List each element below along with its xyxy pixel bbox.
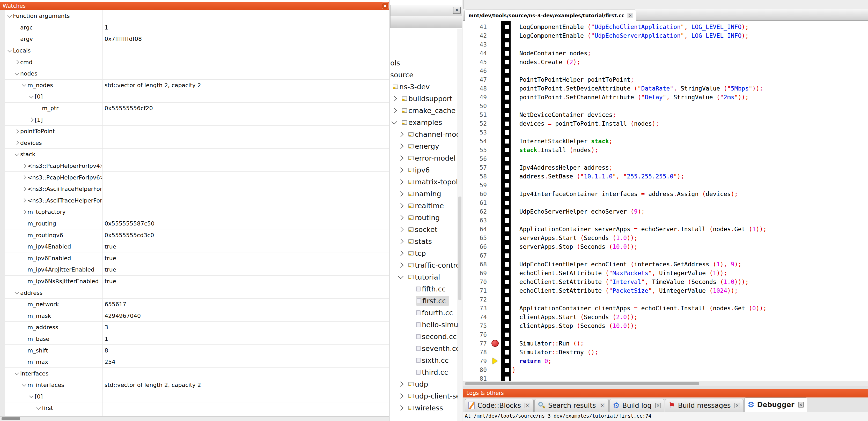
code-line[interactable]: 52 devices = pointToPoint.Install (nodes… <box>463 119 868 128</box>
line-number[interactable]: 57 <box>463 164 490 171</box>
tree-panel-caption[interactable] <box>390 5 462 16</box>
chevron-right-icon[interactable] <box>397 168 408 172</box>
chevron-right-icon[interactable] <box>397 156 408 160</box>
marker-zone[interactable] <box>490 251 501 260</box>
code-line[interactable]: 70 echoClient.SetAttribute ("Interval", … <box>463 278 868 286</box>
watch-row[interactable]: devices <box>5 137 389 149</box>
editor-debug-margin[interactable] <box>501 21 510 381</box>
code-line[interactable]: 45 nodes.Create (2); <box>463 58 868 66</box>
code-line[interactable]: 75 clientApps.Stop (Seconds (10.0)); <box>463 321 868 330</box>
chevron-right-icon[interactable] <box>13 61 20 64</box>
marker-zone[interactable] <box>490 110 501 119</box>
line-number[interactable]: 51 <box>463 111 490 118</box>
line-number[interactable]: 66 <box>463 244 490 250</box>
line-number[interactable]: 75 <box>463 322 490 329</box>
watch-row[interactable]: first <box>5 402 389 414</box>
tree-item-ipv6[interactable]: ipv6 <box>390 164 458 176</box>
code-line[interactable]: 60 Ipv4InterfaceContainer interfaces = a… <box>463 190 868 198</box>
marker-zone[interactable] <box>490 128 501 137</box>
code-area[interactable]: 41 LogComponentEnable ("UdpEchoClientApp… <box>463 21 868 381</box>
tree-item-hello-simul[interactable]: hello-simul <box>390 319 458 330</box>
code-line[interactable]: 62 UdpEchoServerHelper echoServer (9); <box>463 207 868 216</box>
line-number[interactable]: 42 <box>463 32 490 39</box>
chevron-right-icon[interactable] <box>397 132 408 136</box>
chevron-right-icon[interactable] <box>390 97 402 101</box>
chevron-down-icon[interactable] <box>6 50 13 52</box>
line-number[interactable]: 55 <box>463 147 490 153</box>
watch-row[interactable]: <ns3::AsciiTraceHelperForIpv6> <box>5 195 389 206</box>
code-line[interactable]: 73 ApplicationContainer clientApps = ech… <box>463 304 868 313</box>
watch-row[interactable]: pointToPoint <box>5 126 389 137</box>
chevron-right-icon[interactable] <box>28 118 35 121</box>
tree-item-udp[interactable]: udp <box>390 378 458 390</box>
line-number[interactable]: 76 <box>463 331 490 338</box>
chevron-right-icon[interactable] <box>397 382 408 386</box>
watch-row[interactable]: m_max254 <box>5 356 389 368</box>
tree-item-ols[interactable]: ols <box>390 57 458 69</box>
logs-tab-close-icon[interactable]: × <box>735 402 740 408</box>
chevron-right-icon[interactable] <box>397 180 408 184</box>
watch-row[interactable]: m_ptr0x55555556cf20 <box>5 103 389 114</box>
watch-row[interactable]: argc1 <box>5 22 389 34</box>
line-number[interactable]: 54 <box>463 138 490 144</box>
chevron-right-icon[interactable] <box>397 216 408 220</box>
code-line[interactable]: 47 PointToPointHelper pointToPoint; <box>463 75 868 84</box>
code-line[interactable]: 54 InternetStackHelper stack; <box>463 137 868 145</box>
tree-item-examples[interactable]: examples <box>390 117 458 128</box>
chevron-right-icon[interactable] <box>397 192 408 196</box>
tree-item-routing[interactable]: routing <box>390 212 458 223</box>
watches-horizontal-scrollbar-thumb[interactable] <box>2 417 20 420</box>
tree-item-realtime[interactable]: realtime <box>390 200 458 212</box>
marker-zone[interactable] <box>490 286 501 295</box>
code-line[interactable]: 72 <box>463 295 868 304</box>
watch-row[interactable]: nodes <box>5 68 389 79</box>
chevron-down-icon[interactable] <box>13 73 20 75</box>
code-line[interactable]: 43 <box>463 40 868 49</box>
code-line[interactable]: 50 <box>463 102 868 110</box>
watch-row[interactable]: m_network655617 <box>5 299 389 310</box>
marker-zone[interactable] <box>490 321 501 330</box>
chevron-down-icon[interactable] <box>6 15 13 17</box>
tree-item-seventh-cc[interactable]: seventh.cc <box>390 343 458 354</box>
marker-zone[interactable] <box>490 198 501 207</box>
marker-zone[interactable] <box>490 49 501 58</box>
chevron-right-icon[interactable] <box>390 108 402 112</box>
watch-row[interactable]: m_address3 <box>5 322 389 333</box>
tree-item-stats[interactable]: stats <box>390 235 458 247</box>
marker-zone[interactable] <box>490 31 501 40</box>
marker-zone[interactable] <box>490 233 501 242</box>
line-number[interactable]: 62 <box>463 208 490 215</box>
code-line[interactable]: 67 <box>463 251 868 260</box>
logs-titlebar[interactable]: Logs & others <box>463 389 868 397</box>
code-line[interactable]: 68 UdpEchoClientHelper echoClient (inter… <box>463 260 868 269</box>
logs-tab-close-icon[interactable]: × <box>525 402 530 408</box>
code-line[interactable]: 66 serverApps.Stop (Seconds (10.0)); <box>463 242 868 251</box>
marker-zone[interactable] <box>490 278 501 286</box>
chevron-down-icon[interactable] <box>35 407 42 409</box>
logs-tab-build-log[interactable]: ⚙Build log× <box>610 399 664 412</box>
code-line[interactable]: 81 <box>463 374 868 381</box>
watch-row[interactable]: <ns3::PcapHelperForIpv6> <box>5 172 389 183</box>
watches-vertical-scrollbar[interactable] <box>0 10 5 416</box>
chevron-right-icon[interactable] <box>397 144 408 148</box>
marker-zone[interactable] <box>490 163 501 172</box>
chevron-right-icon[interactable] <box>397 263 408 267</box>
chevron-right-icon[interactable] <box>397 204 408 208</box>
line-number[interactable]: 78 <box>463 349 490 356</box>
line-number[interactable]: 65 <box>463 234 490 241</box>
logs-tab-close-icon[interactable]: × <box>798 402 804 408</box>
marker-zone[interactable] <box>490 242 501 251</box>
code-line[interactable]: 53 <box>463 128 868 137</box>
logs-tab-search-results[interactable]: Search results× <box>534 399 609 412</box>
code-line[interactable]: 64 ApplicationContainer serverApps = ech… <box>463 225 868 233</box>
line-number[interactable]: 67 <box>463 252 490 259</box>
line-number[interactable]: 60 <box>463 191 490 197</box>
tree-item-third-cc[interactable]: third.cc <box>390 366 458 378</box>
watch-row[interactable]: [1] <box>5 114 389 126</box>
watch-row[interactable]: address <box>5 287 389 299</box>
line-number[interactable]: 50 <box>463 103 490 109</box>
marker-zone[interactable] <box>490 313 501 321</box>
marker-zone[interactable] <box>490 339 501 348</box>
marker-zone[interactable] <box>490 102 501 110</box>
editor-tab-first-cc[interactable]: mnt/dev/tools/source/ns-3-dev/examples/t… <box>465 9 636 21</box>
